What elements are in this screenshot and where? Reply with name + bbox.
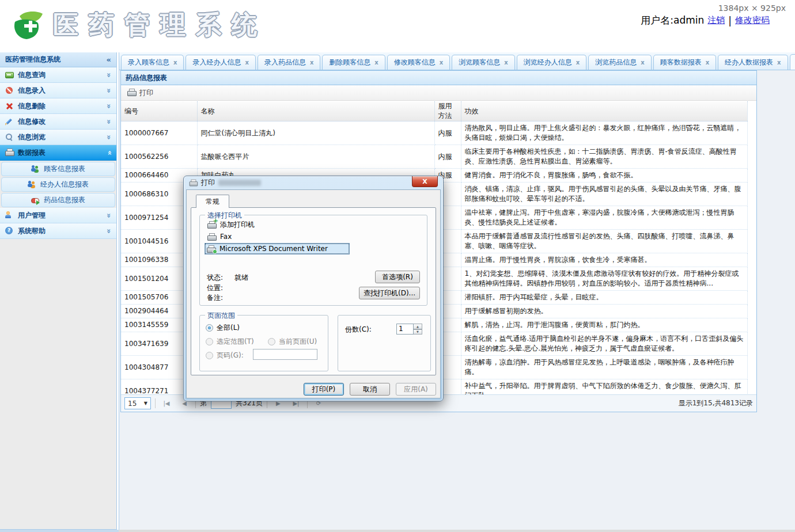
cell-effect: 清热散风，明目止痛。用于上焦火盛引起的：暴发火眼，红肿痛痒，热泪昏花，云翳遮睛，… — [461, 121, 747, 145]
cell-effect: 清热解毒，凉血消肿。用于风热感冒症见发热，上呼吸道感染，咽喉肿痛，及各种疮疖肿痛… — [461, 356, 747, 379]
tab-1[interactable]: 录入顾客信息x — [121, 55, 184, 70]
table-row[interactable]: 1000562256盐酸哌仑西平片内服临床主要用于各种酸相关性疾患，如：十二指肠… — [121, 145, 747, 169]
tab-4[interactable]: 删除顾客信息x — [322, 55, 385, 70]
sidebar-item-label: 用户管理 — [18, 211, 46, 221]
tab-10[interactable]: 经办人数据报表x — [718, 55, 788, 70]
close-tab-icon[interactable]: x — [440, 59, 443, 66]
find-printer-button[interactable]: 查找打印机(D)... — [359, 287, 420, 299]
sidebar-item-7[interactable]: 用户管理» — [0, 208, 116, 223]
logout-link[interactable]: 注销 — [707, 15, 725, 26]
radio-current-page[interactable] — [268, 338, 275, 345]
tab-5[interactable]: 修改顾客信息x — [387, 55, 450, 70]
sidebar-item-label: 数据报表 — [18, 148, 46, 158]
tab-9[interactable]: 顾客数据报表x — [653, 55, 716, 70]
sidebar-subitem-3[interactable]: 药品信息报表 — [1, 193, 115, 207]
tab-label: 浏览经办人信息 — [524, 58, 572, 67]
collapse-sidebar-icon[interactable]: « — [107, 55, 111, 64]
printer-icon — [5, 149, 14, 157]
sidebar-subitem-label: 顾客信息报表 — [44, 164, 85, 174]
table-row[interactable]: 1000007667同仁堂(清心明目上清丸)内服清热散风，明目止痛。用于上焦火盛… — [121, 121, 747, 145]
print-confirm-button[interactable]: 打印(P) — [304, 383, 344, 396]
tab-8[interactable]: 浏览药品信息x — [588, 55, 651, 70]
page-size-select[interactable]: 15 ▼ — [124, 397, 151, 409]
pagination-info: 显示1到15,共4813记录 — [679, 398, 753, 408]
sidebar-item-5[interactable]: 信息浏览» — [0, 130, 116, 145]
page-size-value: 15 — [128, 400, 137, 408]
preferences-button[interactable]: 首选项(R) — [375, 271, 420, 283]
sidebar-item-8[interactable]: 系统帮助» — [0, 223, 116, 239]
print-dialog: 打印 X 常规 选择打印机 +添加打印机FaxMicrosoft XPS Doc… — [183, 176, 444, 401]
close-tab-icon[interactable]: x — [504, 59, 508, 66]
tab-11[interactable]: 药品数据报表 — [790, 54, 795, 70]
print-button[interactable]: 打印 — [125, 87, 156, 99]
close-tab-icon[interactable]: x — [706, 59, 709, 66]
cell-effect: 温胃止痛。用于慢性胃炎，胃脘凉痛，饮食生冷，受寒痛甚。 — [461, 253, 747, 267]
delete-x-icon — [5, 102, 14, 110]
close-tab-icon[interactable]: x — [374, 59, 378, 66]
chevron-down-icon: ▼ — [144, 401, 147, 406]
comment-label: 备注: — [207, 293, 223, 303]
printer-item-1[interactable]: +添加打印机 — [206, 219, 256, 230]
status-label: 状态: — [207, 273, 223, 283]
tab-label: 删除顾客信息 — [329, 58, 370, 67]
apply-button[interactable]: 应用(A) — [396, 383, 436, 396]
close-tab-icon[interactable]: x — [641, 59, 644, 66]
tab-label: 修改顾客信息 — [394, 58, 436, 67]
close-button[interactable]: X — [412, 176, 438, 187]
printer-item-3[interactable]: Microsoft XPS Document Writer — [205, 243, 350, 254]
close-tab-icon[interactable]: x — [310, 59, 313, 66]
close-tab-icon[interactable]: x — [245, 59, 248, 66]
close-tab-icon[interactable]: x — [576, 59, 580, 66]
close-tab-icon[interactable]: x — [777, 59, 781, 66]
customer-report-icon — [31, 165, 40, 173]
dialog-title-bar[interactable]: 打印 — [184, 176, 443, 189]
sidebar-item-6[interactable]: 数据报表» — [0, 145, 116, 161]
cell-usage: 内服 — [434, 145, 461, 169]
select-printer-group: 选择打印机 +添加打印机FaxMicrosoft XPS Document Wr… — [199, 215, 427, 306]
column-header[interactable]: 编号 — [121, 101, 197, 121]
page-numbers-input[interactable] — [253, 349, 317, 360]
sidebar-header[interactable]: 医药管理信息系统 « — [0, 52, 116, 67]
sidebar-subitem-label: 药品信息报表 — [44, 195, 85, 205]
tab-general[interactable]: 常规 — [196, 195, 229, 208]
sidebar-item-4[interactable]: 信息修改» — [0, 114, 116, 130]
toolbar: 打印 — [121, 85, 756, 101]
dialog-body: 常规 选择打印机 +添加打印机FaxMicrosoft XPS Document… — [186, 189, 441, 398]
drug-report-icon — [31, 196, 40, 204]
printer-item-2[interactable]: Fax — [206, 231, 233, 242]
spinner-up-icon[interactable]: ▲ — [414, 324, 422, 329]
radio-all-pages[interactable] — [206, 324, 213, 332]
cell-effect: 健胃消食。用于消化不良，胃腹胀痛，肠鸣，食欲不振。 — [461, 169, 747, 183]
column-header[interactable]: 服用方法 — [434, 101, 461, 121]
tab-6[interactable]: 浏览顾客信息x — [452, 55, 514, 70]
first-page-button[interactable]: |◀ — [160, 397, 173, 409]
cell-effect: 本品用于缓解普通感冒及流行性感冒引起的发热、头痛、四肢酸痛、打喷嚏、流鼻涕、鼻塞… — [461, 230, 747, 253]
cancel-button[interactable]: 取消 — [350, 383, 390, 396]
sidebar-item-1[interactable]: 信息查询» — [0, 67, 116, 83]
chevron-icon: » — [104, 119, 113, 124]
tab-3[interactable]: 录入药品信息x — [258, 55, 320, 70]
redacted-document-name — [218, 180, 261, 186]
tab-2[interactable]: 录入经办人信息x — [186, 55, 255, 70]
agent-report-icon — [28, 181, 36, 189]
close-tab-icon[interactable]: x — [173, 59, 177, 66]
copies-input[interactable]: 1 — [396, 324, 414, 335]
column-header[interactable]: 功效 — [461, 101, 747, 121]
change-password-link[interactable]: 修改密码 — [735, 15, 770, 26]
sidebar-item-3[interactable]: 信息删除» — [0, 98, 116, 114]
radio-pages-label: 页码(G): — [217, 351, 244, 360]
cell-effect: 潜阳镇肝。用于内耳眩晕症，头晕，目眩症。 — [461, 291, 747, 305]
radio-all-label: 全部(L) — [217, 323, 240, 333]
block-icon — [5, 86, 14, 94]
radio-page-numbers[interactable] — [206, 352, 213, 359]
tab-7[interactable]: 浏览经办人信息x — [517, 55, 586, 70]
sidebar-item-2[interactable]: 信息录入» — [0, 83, 116, 98]
column-header[interactable]: 名称 — [197, 101, 434, 121]
spinner-down-icon[interactable]: ▼ — [414, 329, 422, 335]
tab-label: 浏览顾客信息 — [459, 58, 500, 67]
sidebar-subitem-2[interactable]: 经办人信息报表 — [1, 177, 115, 192]
help-icon — [5, 227, 14, 235]
cell-effect: 用于缓解感冒初期的发热。 — [461, 305, 747, 318]
sidebar-subitem-1[interactable]: 顾客信息报表 — [1, 162, 115, 176]
radio-selection[interactable] — [206, 338, 213, 345]
